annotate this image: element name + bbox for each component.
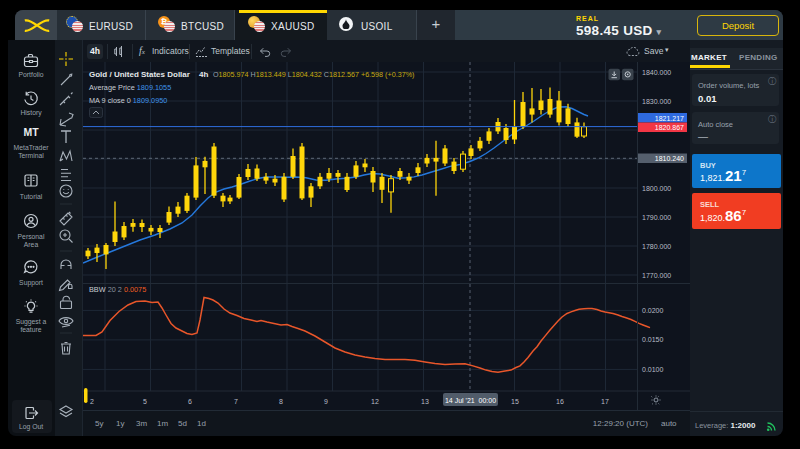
svg-text:5: 5 xyxy=(143,398,147,405)
svg-text:3m: 3m xyxy=(136,419,147,428)
svg-text:9: 9 xyxy=(324,398,328,405)
svg-text:15: 15 xyxy=(511,398,519,405)
svg-text:1y: 1y xyxy=(116,419,124,428)
svg-text:O1805.974 H1813.449 L1804.432: O1805.974 H1813.449 L1804.432 C1812.567 … xyxy=(213,70,414,79)
svg-text:MA 9 close 0 1809.0950: MA 9 close 0 1809.0950 xyxy=(89,96,167,105)
svg-text:1830.000: 1830.000 xyxy=(642,98,671,105)
svg-text:1820.867: 1820.867 xyxy=(655,124,684,131)
svg-text:1d: 1d xyxy=(197,419,206,428)
svg-text:4h: 4h xyxy=(199,70,208,79)
svg-text:Average Price 1809.1055: Average Price 1809.1055 xyxy=(89,83,171,92)
svg-text:7: 7 xyxy=(234,398,238,405)
svg-text:1m: 1m xyxy=(157,419,168,428)
svg-text:12:29:20 (UTC): 12:29:20 (UTC) xyxy=(593,419,648,428)
svg-text:1800.000: 1800.000 xyxy=(642,185,671,192)
svg-text:17: 17 xyxy=(601,398,609,405)
svg-text:1840.000: 1840.000 xyxy=(642,69,671,76)
svg-text:2: 2 xyxy=(90,398,94,405)
svg-text:auto: auto xyxy=(661,419,677,428)
svg-text:13: 13 xyxy=(421,398,429,405)
svg-text:14 Jul '21 00:00: 14 Jul '21 00:00 xyxy=(445,397,496,404)
svg-text:12: 12 xyxy=(371,398,379,405)
svg-text:1810.240: 1810.240 xyxy=(655,155,684,162)
svg-text:6: 6 xyxy=(188,398,192,405)
svg-text:0.0200: 0.0200 xyxy=(642,307,664,314)
svg-text:1790.000: 1790.000 xyxy=(642,214,671,221)
svg-text:1821.217: 1821.217 xyxy=(655,115,684,122)
svg-text:16: 16 xyxy=(556,398,564,405)
svg-text:Gold / United States Dollar: Gold / United States Dollar xyxy=(89,70,190,79)
svg-text:1780.000: 1780.000 xyxy=(642,243,671,250)
svg-text:5d: 5d xyxy=(178,419,187,428)
svg-text:BBW 20 2 0.0075: BBW 20 2 0.0075 xyxy=(89,285,146,294)
svg-text:0.0150: 0.0150 xyxy=(642,336,664,343)
svg-text:8: 8 xyxy=(279,398,283,405)
svg-text:0.0100: 0.0100 xyxy=(642,366,664,373)
svg-text:5y: 5y xyxy=(95,419,103,428)
svg-text:1770.000: 1770.000 xyxy=(642,272,671,279)
